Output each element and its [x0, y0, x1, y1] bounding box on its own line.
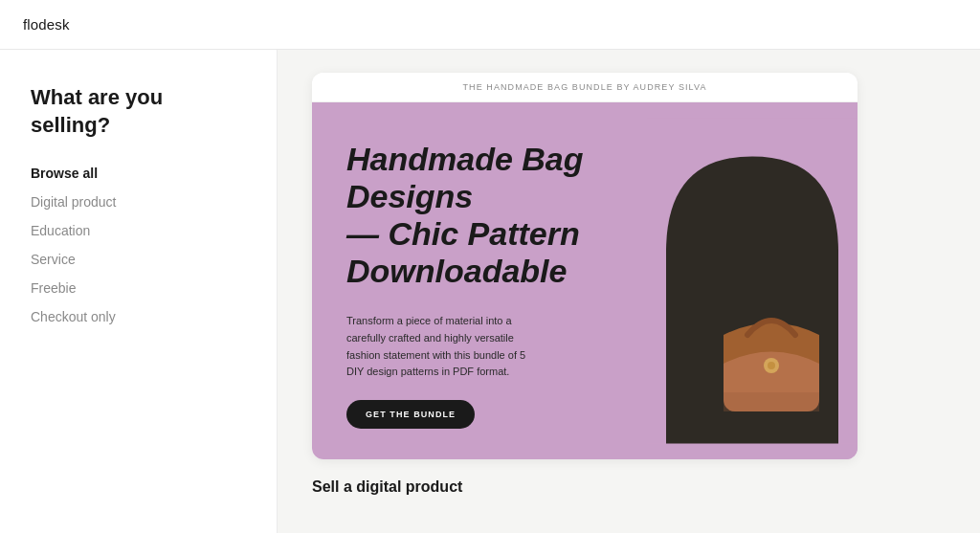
sidebar-item-service[interactable]: Service [31, 252, 246, 267]
sidebar: What are you selling? Browse all Digital… [0, 50, 278, 533]
card-headline: Handmade BagDesigns— Chic PatternDownloa… [346, 141, 616, 290]
bag-illustration [695, 287, 848, 440]
card-headline-area: Handmade BagDesigns— Chic PatternDownloa… [346, 141, 616, 429]
sidebar-item-education[interactable]: Education [31, 223, 246, 238]
sidebar-item-freebie[interactable]: Freebie [31, 280, 246, 296]
card-left: Handmade BagDesigns— Chic PatternDownloa… [312, 102, 647, 459]
main-layout: What are you selling? Browse all Digital… [0, 50, 980, 533]
card-cta-button[interactable]: GET THE BUNDLE [346, 400, 475, 429]
nav-list: Browse all Digital product Education Ser… [31, 166, 246, 324]
product-card[interactable]: THE HANDMADE BAG BUNDLE BY AUDREY SILVA … [312, 73, 858, 459]
card-top-bar: THE HANDMADE BAG BUNDLE BY AUDREY SILVA [312, 73, 858, 102]
card-top-bar-text: THE HANDMADE BAG BUNDLE BY AUDREY SILVA [462, 82, 706, 92]
card-right [647, 102, 858, 459]
logo: flodesk [23, 16, 70, 33]
content-area: THE HANDMADE BAG BUNDLE BY AUDREY SILVA … [278, 50, 980, 533]
svg-point-3 [768, 362, 775, 369]
header: flodesk [0, 0, 980, 50]
sidebar-item-browse-all[interactable]: Browse all [31, 166, 246, 181]
svg-rect-4 [724, 392, 819, 411]
sidebar-title: What are you selling? [31, 84, 246, 139]
card-body: Handmade BagDesigns— Chic PatternDownloa… [312, 102, 858, 459]
card-description: Transform a piece of material into a car… [346, 313, 538, 380]
sidebar-item-checkout-only[interactable]: Checkout only [31, 309, 246, 324]
sidebar-item-digital-product[interactable]: Digital product [31, 194, 246, 210]
card-caption: Sell a digital product [312, 478, 462, 496]
